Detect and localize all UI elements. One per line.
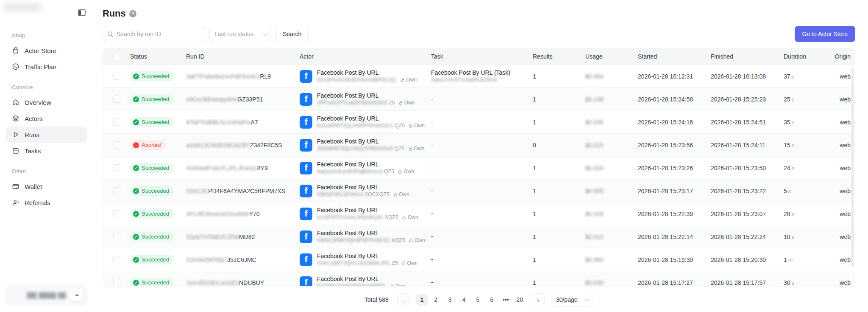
sidebar-collapse-icon[interactable] [78,9,86,16]
table-row[interactable]: − Aborted w1eb13CM2E03CACBTZ342F8C5S f F… [103,133,855,156]
sidebar-item-traffic-plan[interactable]: Traffic Plan [6,59,87,75]
run-id-masked: 1sm1Es1B1Lw11E1 [186,279,239,286]
row-checkbox[interactable] [113,73,120,80]
actor-cell[interactable]: f Facebook Post By URL 61K34PBT3QLH93PFP… [300,115,431,129]
run-id-cell: 2aETFsdwda1ncPdPSmAr1RL9 [186,73,300,80]
account-chip[interactable]: ██▌████▌██ [6,285,87,305]
actor-cell[interactable]: f Facebook Post By URL FBP3P3PL3P3m1A3QC… [300,184,431,198]
sidebar-item-runs[interactable]: Runs [6,126,87,143]
actor-title: Facebook Post By URL [317,115,425,122]
actor-cell[interactable]: f Facebook Post By URL JPP1a31PTLad3PSkm… [300,92,431,106]
table-row[interactable]: ✓ Succeeded 2aETFsdwda1ncPdPSmAr1RL9 f F… [103,65,855,87]
duration-value: 5 [784,188,787,194]
actor-cell[interactable]: f Facebook Post By URL 01KC1BBT3QH1J3G3B… [300,253,431,267]
column-header-finished: Finished [711,53,784,60]
table-row[interactable]: ✓ Succeeded 01KCJCPD4F6A4YMA2C5BFPM7XS f… [103,179,855,202]
go-to-actor-store-button[interactable]: Go to Actor Store [795,26,855,42]
row-checkbox[interactable] [113,141,120,149]
select-cell [103,233,130,240]
search-button[interactable]: Search [275,27,309,41]
actor-cell[interactable]: f Facebook Post By URL 6aj3a1m3LjmB3PdjB… [300,161,431,175]
page-button-1[interactable]: 1 [416,294,428,306]
results-cell: 1 [533,73,585,80]
actor-info: Facebook Post By URL 01KC1BBT3QH1J3G3BML… [317,253,417,267]
row-checkbox[interactable] [113,96,120,103]
row-checkbox[interactable] [113,187,120,194]
more-pages-button[interactable]: ••• [500,294,512,306]
actor-info: Facebook Post By URL 0W3C3PBP3QH3P3FPH3O… [317,230,425,244]
table-row[interactable]: ✓ Succeeded BTaPTsdbBLhLm3HaPwA7 f Faceb… [103,110,855,133]
usage-masked: $0.064 [585,73,604,80]
row-checkbox[interactable] [113,210,120,217]
status-badge: ✓ Succeeded [130,255,174,264]
usage-masked: $0.035 [585,119,604,126]
prev-page-button[interactable]: ‹ [397,293,410,306]
actor-cell[interactable]: f Facebook Post By URL 3W34PBT3QLH3QCFPB… [300,138,431,152]
usage-masked: $0.028 [585,211,604,217]
sidebar-item-tasks[interactable]: Tasks [6,143,87,159]
help-icon[interactable]: ? [129,10,136,17]
page-button-20[interactable]: 20 [514,294,526,306]
task-cell: - [431,233,533,240]
actor-id-suffix: QZ5 [384,168,394,175]
row-checkbox[interactable] [113,233,120,240]
page-button-5[interactable]: 5 [472,294,484,306]
status-icon: − [133,142,139,148]
column-header-usage: Usage [585,53,638,60]
page-button-6[interactable]: 6 [486,294,498,306]
chevron-up-icon[interactable] [70,289,83,301]
status-cell: ✓ Succeeded [130,255,186,264]
status-icon: ✓ [133,211,139,217]
page-button-4[interactable]: 4 [458,294,470,306]
started-cell: 2026-01-28 15:22:14 [638,233,711,240]
page-button-3[interactable]: 3 [444,294,456,306]
select-cell [103,210,130,217]
sidebar-item-overview[interactable]: Overview [6,94,87,110]
lock-icon [409,238,413,243]
row-checkbox[interactable] [113,256,120,263]
facebook-icon: f [300,162,312,174]
search-input[interactable] [117,31,200,37]
actor-info: Facebook Post By URL 61A3Pm31HE3EP3mH3BP… [317,275,406,287]
row-checkbox[interactable] [113,164,120,171]
actor-cell[interactable]: f Facebook Post By URL 61A3Pm31HE3EP3mH3… [300,69,431,83]
table-row[interactable]: ✓ Succeeded 1sm1Es1B1Lw11E1NDUBUY f Face… [103,271,855,287]
table-row[interactable]: ✓ Succeeded 01jraTmTABVCJlTalMD82 f Face… [103,225,855,248]
task-cell: - [431,279,533,286]
row-checkbox[interactable] [113,118,120,126]
facebook-icon: f [300,276,312,287]
task-title: - [431,96,533,103]
actor-info: Facebook Post By URL JPP1a31PTLad3PSkmdS… [317,92,415,106]
page-button-2[interactable]: 2 [430,294,442,306]
status-cell: ✓ Succeeded [130,163,186,173]
actor-cell[interactable]: f Facebook Post By URL 61A3Pm31HE3EP3mH3… [300,275,431,287]
sidebar-item-referrals[interactable]: Referrals [6,194,87,211]
actor-id-masked: 6aj3a1m3LjmB3PdjB3m1u3 [317,168,383,175]
run-id-masked: 01jraTmTABVCJlTal [186,233,239,240]
actor-subtitle: m13P3fTP1mmL3PjmBQ3CXQZ5 Own [317,214,418,221]
actor-info: Facebook Post By URL m13P3fTP1mmL3PjmBQ3… [317,207,418,221]
table-row[interactable]: ✓ Succeeded 41NVa3PJaLFLJPLJFwrq18Y9 f F… [103,156,855,179]
vertical-scrollbar[interactable] [851,68,854,267]
sidebar-item-wallet[interactable]: Wallet [6,178,87,194]
finished-cell: 2026-01-28 15:23:22 [711,188,784,194]
next-page-button[interactable]: › [532,293,545,306]
row-checkbox[interactable] [113,279,120,286]
select-all-checkbox[interactable] [113,53,120,60]
sidebar-item-actors[interactable]: Actors [6,110,87,126]
sidebar-item-label: Overview [25,99,51,106]
sidebar-item-actor-store[interactable]: Actor Store [6,42,87,59]
duration-unit: s [792,211,794,217]
table-row[interactable]: ✓ Succeeded 01K942NF0hjLfJ5JC6JMC f Face… [103,248,855,271]
table-row[interactable]: ✓ Succeeded 4P13fC9mw1dJSnuMAtY70 f Face… [103,202,855,225]
usage-masked: $0.010 [585,233,604,240]
facebook-icon: f [300,70,312,83]
actor-cell[interactable]: f Facebook Post By URL m13P3fTP1mmL3PjmB… [300,207,431,221]
task-id-masked: 0aksLTmr3T1r3adPLBJ3rv4 [431,77,497,83]
table-row[interactable]: ✓ Succeeded s3CrvJkEwmpy4HvGZ33P51 f Fac… [103,87,855,110]
actor-cell[interactable]: f Facebook Post By URL 0W3C3PBP3QH3P3FPH… [300,230,431,244]
page-size-select[interactable]: 30/page [551,293,593,306]
actor-subtitle: FBP3P3PL3P3m1A3QCXQZ5 Own [317,191,409,198]
duration-cell: 10s [784,233,833,240]
status-filter-select[interactable]: Last run status [209,27,271,41]
